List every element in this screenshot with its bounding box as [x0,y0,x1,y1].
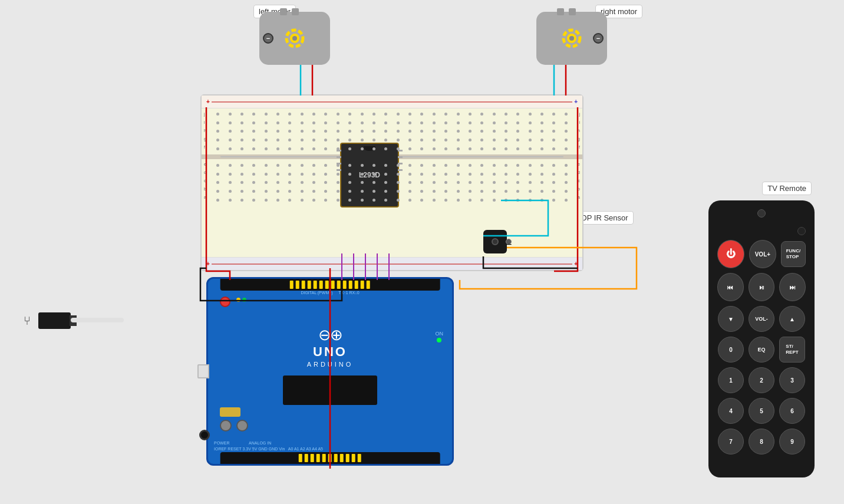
tv-remote-label: TV Remote [762,182,812,195]
tx-led [236,298,240,302]
remote-up-button[interactable]: ▲ [779,306,805,332]
header-pin [331,281,335,289]
remote-6-button[interactable]: 6 [779,398,805,424]
right-motor-bump2 [569,8,576,15]
header-pin [299,454,302,462]
header-pin [328,454,332,462]
header-pin [358,454,361,462]
arduino-power-jack [199,430,210,440]
header-pin [349,281,352,289]
header-pin [316,454,320,462]
remote-2-button[interactable]: 2 [749,367,774,393]
remote-3-button[interactable]: 3 [779,367,805,393]
power-section-label: POWER ANALOG IN [214,441,271,445]
reset-button[interactable] [220,297,230,307]
header-pin [352,454,355,462]
tv-remote: ⏻ VOL+ FUNC/STOP ⏮ ⏯ ⏭ ▼ VOL- ▲ 0 EQ ST/… [708,200,815,477]
remote-4-button[interactable]: 4 [718,398,744,424]
header-pin [346,454,350,462]
tsop-lens [492,238,499,245]
remote-9-button[interactable]: 9 [779,429,805,454]
capacitor [236,420,248,431]
remote-vol-minus-button[interactable]: VOL- [749,306,774,332]
left-motor-bump2 [292,8,299,15]
analog-labels: IOREF RESET 3.3V 5V GND GND Vin A0 A1 A2… [214,447,323,451]
usb-plug-body [38,312,71,329]
remote-row-4: 0 EQ ST/REPT [717,337,806,363]
arduino-main-chip [283,375,377,405]
svg-point-5 [569,36,574,41]
header-pin [367,281,370,289]
remote-eq-button[interactable]: EQ [749,337,774,363]
capacitor [220,420,232,431]
header-pin [340,454,344,462]
header-pin [322,454,326,462]
arduino-logo: ⊖⊕ UNO ARDUINO [307,326,354,368]
tsop-ir-sensor: − [483,230,507,253]
remote-row-1: ⏻ VOL+ FUNC/STOP [717,240,806,268]
remote-1-button[interactable]: 1 [718,367,744,393]
right-motor-gear [557,24,586,53]
arduino-analog-header [220,452,440,464]
remote-row-5: 1 2 3 [717,367,806,393]
header-pin [361,281,364,289]
remote-vol-plus-button[interactable]: VOL+ [749,240,776,268]
remote-row-6: 4 5 6 [717,398,806,424]
header-pin [325,281,329,289]
digital-pin-labels: DIGITAL (PWM~) TX↑1 RX↓0 [301,291,359,295]
remote-0-button[interactable]: 0 [718,337,744,363]
arduino-model-text: UNO [307,344,354,360]
remote-5-button[interactable]: 5 [749,398,774,424]
usb-cable-body [71,318,124,322]
header-pin [311,454,314,462]
ir-emitter [757,209,766,218]
header-pin [319,281,323,289]
remote-play-pause-button[interactable]: ⏯ [749,273,775,301]
arduino-brand-text: ARDUINO [307,361,354,368]
svg-point-2 [292,36,297,41]
left-motor-bump1 [280,8,287,15]
crystal-oscillator [220,407,240,417]
right-motor-bump1 [557,8,564,15]
rx-led [242,298,246,302]
power-indicator-led [437,338,441,342]
remote-row-2: ⏮ ⏯ ⏭ [717,273,806,301]
tx-rx-leds [236,298,246,302]
usb-symbol-icon: ⑂ [24,314,31,328]
remote-func-stop-button[interactable]: FUNC/STOP [781,241,806,267]
remote-next-button[interactable]: ⏭ [779,273,806,301]
header-pin [355,281,358,289]
arduino-uno: DIGITAL (PWM~) TX↑1 RX↓0 ⊖⊕ UNO ARDUINO … [206,277,454,466]
remote-row-3: ▼ VOL- ▲ [717,306,806,332]
header-pin [308,281,311,289]
arduino-usb-port [197,364,209,378]
remote-row-7: 7 8 9 [717,429,806,454]
remote-st-rept-button[interactable]: ST/REPT [779,337,805,363]
header-pin [334,454,338,462]
remote-down-button[interactable]: ▼ [718,306,744,332]
arduino-caps [220,420,248,431]
remote-indicator-led [797,227,806,235]
remote-7-button[interactable]: 7 [718,429,744,454]
header-pin [302,281,305,289]
remote-8-button[interactable]: 8 [749,429,774,454]
right-motor: − [536,12,607,71]
left-motor: − [259,12,330,71]
header-pin [305,454,308,462]
remote-prev-button[interactable]: ⏮ [717,273,744,301]
header-pin [290,281,294,289]
header-pin [343,281,347,289]
arduino-infinity-symbol: ⊖⊕ [307,326,354,344]
right-motor-terminal-minus: − [593,33,604,44]
left-motor-terminal-minus: − [263,33,273,44]
arduino-digital-header [220,279,440,291]
header-pin [337,281,341,289]
header-pin [314,281,317,289]
left-motor-gear [280,24,309,53]
tsop-terminal: − [506,239,512,245]
header-pin [296,281,299,289]
remote-power-button[interactable]: ⏻ [717,240,744,268]
on-indicator: ON [436,331,444,337]
breadboard: + + jihgf jihgf edcba edcba + + L293D [200,94,583,271]
